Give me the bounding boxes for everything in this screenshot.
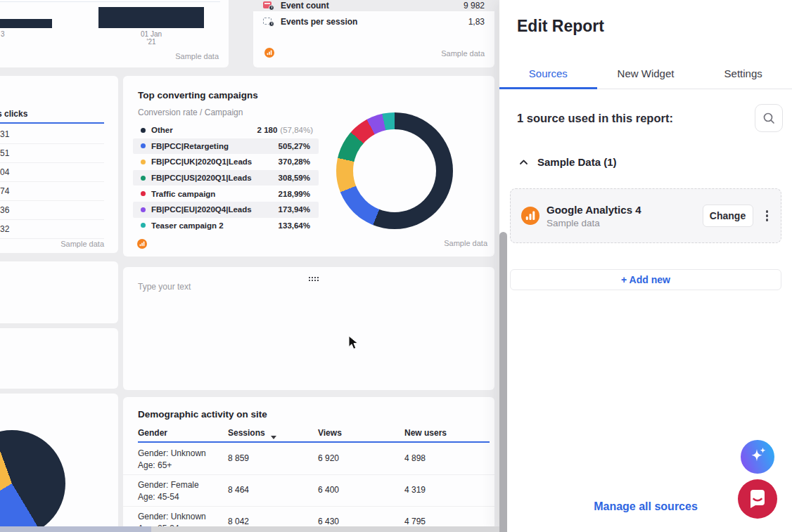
table-row: Gender: FemaleAge: 45-54 8 464 6 400 4 3… [123,475,494,507]
table-row: 31 [0,125,104,144]
column-header-new-users[interactable]: New users [404,428,447,438]
mouse-cursor [348,335,359,353]
source-subtitle: Sample data [547,218,641,228]
column-header-gender[interactable]: Gender [138,428,167,438]
legend-dot [141,128,146,133]
x-tick-label: 01 Jan '21 [123,30,179,46]
text-placeholder[interactable]: Type your text [138,282,191,292]
legend-row[interactable]: Traffic campaign218,99% [133,186,319,202]
widget-bar-chart[interactable]: 3 01 Jan '21 Sample data [0,0,229,67]
legend-row[interactable]: Teaser campaign 2133,64% [133,218,319,234]
horizontal-scrollbar-thumb[interactable] [0,526,151,532]
table-row: 04 [0,163,104,182]
table-header-underline [0,122,104,124]
donut-legend: Other2 180(57,84%) FB|PCC|Retargeting505… [133,122,319,233]
legend-row[interactable]: FB|PCC|EU|2020Q4|Leads173,94% [133,202,319,218]
ai-assistant-button[interactable] [741,440,774,474]
chat-support-button[interactable] [738,479,777,519]
widget-event-metrics[interactable]: Event count 9 982 Events per session 1,8… [253,0,494,67]
table-row: 51 [0,144,104,163]
search-icon [762,111,776,125]
widget-text-block[interactable]: Type your text [123,267,494,390]
widget-pie-chart[interactable] [0,394,118,532]
horizontal-scrollbar[interactable] [0,526,499,532]
bar-segment [0,19,52,28]
panel-tabs: Sources New Widget Settings [499,58,792,89]
legend-dot [141,176,146,181]
source-card[interactable]: Google Analytics 4 Sample data Change [510,188,781,243]
search-button[interactable] [755,104,783,132]
widget-empty[interactable] [0,328,118,389]
widget-subtitle: Conversion rate / Campaign [138,108,243,117]
google-analytics-icon [137,239,147,249]
legend-dot [141,160,146,164]
drag-handle-icon[interactable] [308,276,319,281]
tab-new-widget[interactable]: New Widget [597,58,695,89]
page-title: Edit Report [517,17,604,36]
table-header-underline [138,441,490,443]
vertical-scrollbar-thumb[interactable] [499,232,507,532]
widget-top-converting-campaigns[interactable]: Top converting campaigns Conversion rate… [123,76,494,257]
events-per-session-icon [263,17,274,27]
sample-data-note: Sample data [441,49,485,58]
app-root: 3 01 Jan '21 Sample data Event count 9 9… [0,0,792,532]
google-analytics-icon [264,48,274,58]
sample-data-note: Sample data [444,239,487,247]
sample-data-note: Sample data [175,52,219,60]
widget-empty[interactable] [0,261,118,323]
table-row: Gender: UnknownAge: 65+ 8 859 6 920 4 89… [123,443,494,475]
tab-sources[interactable]: Sources [499,58,597,89]
event-count-icon [263,1,274,11]
widget-demographics-table[interactable]: Demographic activity on site Gender Sess… [123,397,494,532]
legend-row[interactable]: FB|PCC|US|2020Q1|Leads308,59% [133,170,319,186]
source-group-label: Sample Data (1) [537,156,617,168]
column-header: s clicks [0,109,27,119]
table-row: 36 [0,201,104,220]
sources-count-heading: 1 source used in this report: [517,104,673,132]
bar-segment [98,7,204,28]
sample-data-note: Sample data [60,240,104,248]
table-row: 32 [0,220,104,239]
table-row: 74 [0,182,104,201]
donut-chart [336,112,453,229]
legend-row[interactable]: FB|PCC|Retargeting505,27% [133,138,319,155]
chevron-up-icon [519,159,528,165]
gridline [0,1,220,2]
kebab-menu-icon[interactable] [763,207,772,224]
source-name: Google Analytics 4 [547,204,641,216]
widget-title: Demographic activity on site [138,409,267,420]
change-source-button[interactable]: Change [703,205,753,227]
google-analytics-icon [521,207,539,225]
legend-row[interactable]: Other2 180(57,84%) [133,122,319,138]
widget-title: Top converting campaigns [138,90,258,100]
add-new-source-button[interactable]: + Add new [510,269,781,290]
widget-clicks-table[interactable]: s clicks 31 51 04 74 36 32 Sample data [0,76,118,253]
legend-dot [141,223,146,228]
legend-row[interactable]: FB|PCC|UK|2020Q1|Leads370,28% [133,154,319,170]
column-header-views[interactable]: Views [318,428,342,438]
source-group-toggle[interactable]: Sample Data (1) [519,156,617,168]
pie-chart [0,430,65,532]
legend-dot [141,191,146,196]
tab-settings[interactable]: Settings [694,58,792,89]
metric-row: Event count 9 982 [253,0,494,11]
x-tick-label: 3 [1,30,5,38]
legend-dot [141,207,146,212]
legend-dot [141,143,146,148]
metric-row: Events per session 1,83 [253,15,494,27]
column-header-sessions[interactable]: Sessions [228,428,276,438]
